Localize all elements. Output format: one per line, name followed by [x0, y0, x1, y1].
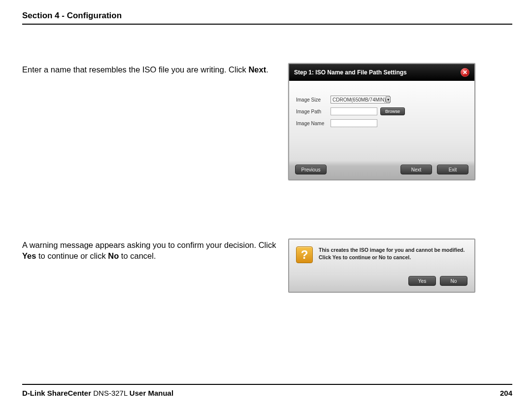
no-button[interactable]: No: [440, 276, 467, 286]
section-header: Section 4 - Configuration: [22, 11, 512, 21]
image-name-input[interactable]: [331, 119, 377, 127]
instruction-text-2: A warning message appears asking you to …: [22, 239, 278, 262]
iso-settings-dialog: Step 1: ISO Name and File Path Settings …: [288, 63, 475, 180]
confirm-text: This creates the ISO image for you and c…: [319, 246, 465, 261]
instr1-bold: Next: [248, 65, 266, 74]
instruction-text-1: Enter a name that resembles the ISO file…: [22, 63, 278, 75]
image-size-label: Image Size: [296, 97, 331, 103]
instr2-bold1: Yes: [22, 251, 36, 260]
image-size-select[interactable]: CDROM(650MB/74MIN) ▼: [331, 96, 390, 103]
image-path-label: Image Path: [296, 109, 331, 114]
footer-model: DNS-327L: [91, 389, 130, 397]
close-icon[interactable]: ✕: [461, 68, 469, 77]
image-path-input[interactable]: [331, 107, 377, 115]
page-footer: D-Link ShareCenter DNS-327L User Manual …: [22, 384, 512, 397]
previous-button[interactable]: Previous: [295, 165, 327, 174]
instr1-post: .: [266, 65, 268, 74]
instr1-pre: Enter a name that resembles the ISO file…: [22, 65, 248, 74]
confirm-dialog: ? This creates the ISO image for you and…: [288, 239, 475, 293]
question-icon: ?: [296, 246, 313, 263]
instr2-mid: to continue or click: [36, 251, 108, 260]
dialog-titlebar: Step 1: ISO Name and File Path Settings …: [289, 64, 474, 81]
instr2-post: to cancel.: [119, 251, 156, 260]
footer-brand: D-Link ShareCenter: [22, 389, 91, 397]
dialog-title: Step 1: ISO Name and File Path Settings: [294, 69, 407, 76]
confirm-line1: This creates the ISO image for you and c…: [319, 246, 465, 254]
dialog-body: Image Size CDROM(650MB/74MIN) ▼ Image Pa…: [289, 81, 474, 179]
instr2-bold2: No: [108, 251, 119, 260]
footer-manual: User Manual: [130, 389, 173, 397]
image-name-label: Image Name: [296, 121, 331, 126]
chevron-down-icon[interactable]: ▼: [386, 97, 391, 103]
browse-button[interactable]: Browse: [380, 107, 405, 115]
footer-left: D-Link ShareCenter DNS-327L User Manual: [22, 389, 173, 397]
dialog-footer: Previous Next Exit: [289, 161, 474, 179]
confirm-line2: Click Yes to continue or No to cancel.: [319, 254, 465, 261]
page-number: 204: [500, 389, 512, 397]
next-button[interactable]: Next: [400, 165, 432, 174]
exit-button[interactable]: Exit: [437, 165, 468, 174]
yes-button[interactable]: Yes: [408, 276, 436, 286]
image-size-value: CDROM(650MB/74MIN): [332, 97, 386, 103]
instr2-pre: A warning message appears asking you to …: [22, 240, 276, 249]
